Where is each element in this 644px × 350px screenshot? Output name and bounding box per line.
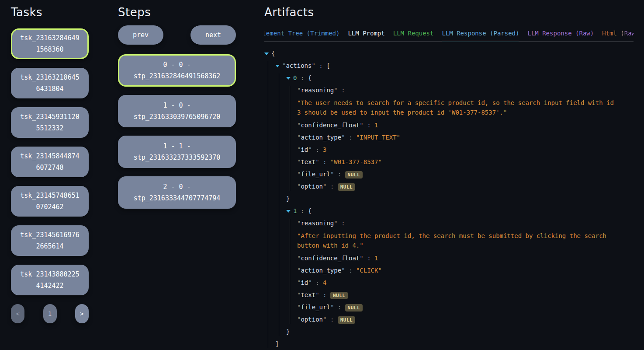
json-node: 1 : {"reasoning" : "After inputting the … [286,206,634,336]
json-key: action_type [301,134,341,141]
json-key: reasoning [301,87,334,94]
json-children: "reasoning" : "After inputting the produ… [290,219,634,324]
json-children: "actions" : [0 : {"reasoning" : "The use… [268,61,634,348]
json-number-value: 1 [374,255,378,262]
tab-html-raw[interactable]: Html (Raw) [602,30,634,37]
json-entry: "option" : NULL [297,182,634,191]
steps-title: Steps [118,5,236,19]
json-entry: "text" : NULL [297,290,634,299]
json-key: actions [286,62,312,69]
collapse-toggle-icon[interactable] [286,210,291,213]
tab-llm-response-raw[interactable]: LLM Response (Raw) [527,30,594,37]
task-button[interactable]: tsk_231459311205512332 [11,107,89,138]
json-entry: "action_type" : "CLICK" [297,266,634,275]
json-open-row: "actions" : [ [275,61,634,70]
json-key: id [301,279,308,286]
tasks-title: Tasks [11,5,89,19]
json-key: text [301,158,315,165]
json-entry-row: "file_url" : NULL [297,303,634,312]
artifacts-tabs: Element Tree (Trimmed) LLM Prompt LLM Re… [264,30,634,42]
json-number-value: 4 [323,279,326,286]
json-key: option [301,183,323,190]
json-entry-row: "file_url" : NULL [297,170,634,178]
collapse-toggle-icon[interactable] [275,65,280,67]
tab-llm-request[interactable]: LLM Request [393,30,434,37]
tasks-next-page-button[interactable]: > [75,304,89,323]
json-children: 0 : {"reasoning" : "The user needs to se… [279,74,634,336]
json-entry-row: "confidence_float" : 1 [297,121,634,130]
tasks-page-number-button[interactable]: 1 [43,304,57,323]
task-button[interactable]: tsk_231457486510702462 [11,186,89,217]
json-entry-row: "action_type" : "CLICK" [297,266,634,275]
json-entry-row: "confidence_float" : 1 [297,254,634,262]
collapse-toggle-icon[interactable] [264,52,269,55]
json-number-value: 1 [374,122,378,129]
json-entry-row: "text" : "W01-377-8537" [297,158,634,166]
json-key: id [301,146,308,153]
json-string-value: "The user needs to search for a specific… [297,98,619,117]
json-close-row: } [286,327,634,336]
steps-prev-button[interactable]: prev [118,25,163,45]
json-entry-row: "reasoning" : [297,86,634,94]
json-node: 0 : {"reasoning" : "The user needs to se… [286,74,634,203]
null-badge: NULL [330,292,348,299]
json-number-value: 3 [323,146,326,153]
json-entry-row: "id" : 4 [297,278,634,287]
json-entry: "id" : 4 [297,278,634,287]
json-key: text [301,291,315,298]
null-badge: NULL [345,171,363,178]
json-entry: "confidence_float" : 1 [297,254,634,262]
json-key: file_url [301,171,330,178]
task-button[interactable]: tsk_231458448746072748 [11,147,89,177]
json-string-value: "CLICK" [356,267,382,274]
tab-element-tree-trimmed[interactable]: Element Tree (Trimmed) [264,30,339,37]
json-entry: "reasoning" : "After inputting the produ… [297,219,634,250]
json-entry: "option" : NULL [297,315,634,324]
json-open-row: { [264,49,634,58]
json-entry-row: "option" : NULL [297,315,634,324]
tab-llm-prompt[interactable]: LLM Prompt [348,30,384,37]
null-badge: NULL [345,304,363,312]
collapse-toggle-icon[interactable] [286,77,291,80]
json-entry-row: "text" : NULL [297,290,634,299]
tab-llm-response-parsed[interactable]: LLM Response (Parsed) [442,30,519,37]
json-entry: "confidence_float" : 1 [297,121,634,130]
tasks-prev-page-button[interactable]: < [11,304,24,323]
json-entry: "file_url" : NULL [297,303,634,312]
json-close-row: ] [275,340,634,348]
null-badge: NULL [338,183,356,191]
json-entry: "reasoning" : "The user needs to search … [297,86,634,117]
json-string-value: "INPUT_TEXT" [356,134,400,141]
step-button[interactable]: 1 - 1 - stp_231633237333592370 [118,136,236,168]
step-button[interactable]: 0 - 0 - stp_231632846491568362 [118,54,236,87]
json-entry: "text" : "W01-377-8537" [297,158,634,166]
tasks-panel: Tasks tsk_231632846491568360 tsk_2316321… [11,5,89,323]
json-key: file_url [301,304,330,311]
json-entry-row: "action_type" : "INPUT_TEXT" [297,133,634,142]
artifacts-panel: Artifacts Element Tree (Trimmed) LLM Pro… [264,5,634,350]
task-button[interactable]: tsk_231456169762665614 [11,225,89,256]
null-badge: NULL [338,316,356,324]
json-close-row: } [286,194,634,203]
step-button[interactable]: 2 - 0 - stp_231633344707774794 [118,176,236,209]
step-button[interactable]: 1 - 0 - stp_231633039765096720 [118,95,236,127]
artifacts-title: Artifacts [264,5,634,19]
json-open-row: 1 : { [286,206,634,215]
task-button[interactable]: tsk_231438802254142422 [11,265,89,295]
json-entry: "action_type" : "INPUT_TEXT" [297,133,634,142]
task-button[interactable]: tsk_231632846491568360 [11,28,89,59]
steps-panel: Steps prev next 0 - 0 - stp_231632846491… [118,5,236,217]
task-list: tsk_231632846491568360 tsk_2316321864564… [11,28,89,295]
json-node: {"actions" : [0 : {"reasoning" : "The us… [264,49,634,350]
json-string-value: "W01-377-8537" [330,158,382,165]
json-key: confidence_float [301,122,360,129]
json-string-value: "After inputting the product id, the sea… [297,231,619,250]
json-entry: "file_url" : NULL [297,170,634,178]
json-key: reasoning [301,220,334,227]
steps-next-button[interactable]: next [190,25,236,45]
json-tree-viewer: {"actions" : [0 : {"reasoning" : "The us… [264,49,634,350]
json-key: action_type [301,267,341,274]
task-button[interactable]: tsk_231632186456431804 [11,68,89,98]
json-entry-row: "option" : NULL [297,182,634,191]
json-key: confidence_float [301,255,360,262]
